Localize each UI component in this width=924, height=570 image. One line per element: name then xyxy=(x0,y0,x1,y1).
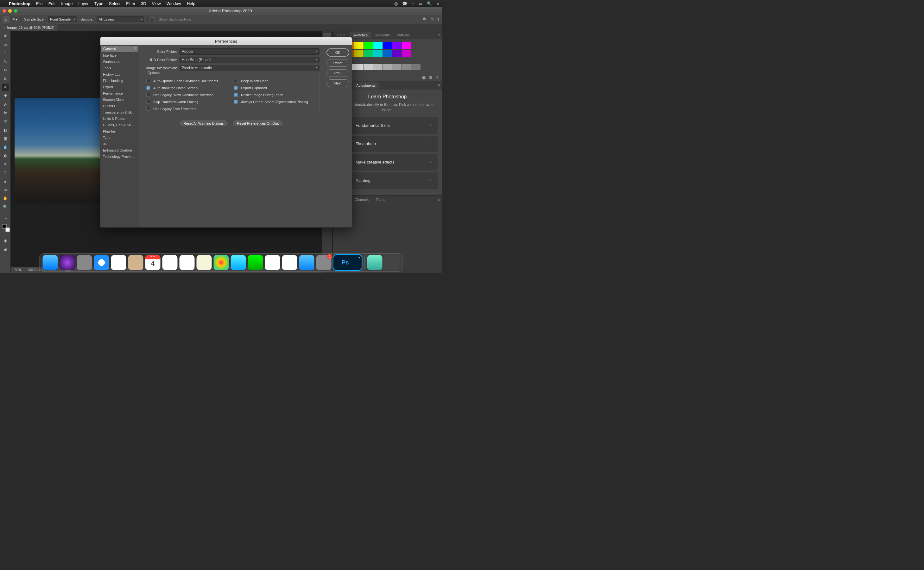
menu-filter[interactable]: Filter xyxy=(126,1,135,6)
cc-icon[interactable]: ◎ xyxy=(394,1,398,6)
dock-mail[interactable] xyxy=(111,255,126,270)
swatch[interactable] xyxy=(411,64,421,70)
quick-select-tool[interactable]: ✎ xyxy=(2,58,9,66)
zoom-tool[interactable]: 🔍 xyxy=(2,203,9,211)
pref-category[interactable]: Guides, Grid & Slices xyxy=(100,122,138,128)
dock-photoshop[interactable]: Ps xyxy=(334,255,362,270)
swatch[interactable] xyxy=(402,42,411,49)
swatch[interactable] xyxy=(354,64,363,70)
trash-icon[interactable]: 🗑 xyxy=(435,75,439,80)
pref-category[interactable]: Performance xyxy=(100,90,138,97)
eraser-tool[interactable]: ◧ xyxy=(2,126,9,134)
swatch[interactable] xyxy=(392,64,401,70)
dock-appstore[interactable] xyxy=(299,255,314,270)
menu-help[interactable]: Help xyxy=(187,1,195,6)
dock-finder[interactable] xyxy=(43,255,58,270)
swatch[interactable] xyxy=(364,42,373,49)
swatch[interactable] xyxy=(402,64,411,70)
pref-checkbox[interactable] xyxy=(146,107,150,111)
swatch[interactable] xyxy=(402,50,411,57)
swatch[interactable] xyxy=(374,50,383,57)
search-icon[interactable]: 🔍 xyxy=(423,17,427,21)
dock-siri[interactable] xyxy=(60,255,75,270)
learn-item[interactable]: Painting〉 xyxy=(337,172,438,189)
pref-category[interactable]: Workspace xyxy=(100,58,138,65)
pref-category[interactable]: Transparency & Gamut xyxy=(100,109,138,115)
dock-trash[interactable] xyxy=(384,255,400,270)
pref-category[interactable]: Enhanced Controls xyxy=(100,147,138,153)
tab-gradients[interactable]: Gradients xyxy=(371,32,393,38)
pref-checkbox[interactable] xyxy=(146,86,150,90)
swatch[interactable] xyxy=(392,50,401,57)
learn-item[interactable]: Fix a photo〉 xyxy=(337,136,438,152)
dock-maps[interactable] xyxy=(197,255,212,270)
sample-select[interactable]: All Layers xyxy=(97,17,144,22)
learn-item[interactable]: Fundamental Skills〉 xyxy=(337,117,438,134)
swatch[interactable] xyxy=(364,64,373,70)
dock-settings[interactable]: 1 xyxy=(316,255,332,270)
dock-contacts[interactable] xyxy=(128,255,143,270)
quick-mask-button[interactable]: ◉ xyxy=(2,237,9,245)
frame-tool[interactable]: ⧉ xyxy=(2,75,9,83)
pref-checkbox[interactable] xyxy=(234,86,238,90)
dock-reminders[interactable] xyxy=(180,255,195,270)
swatch[interactable] xyxy=(354,42,363,49)
sample-size-select[interactable]: Point Sample xyxy=(48,17,77,22)
dodge-tool[interactable]: ◐ xyxy=(2,152,9,159)
menu-file[interactable]: File xyxy=(36,1,43,6)
edit-toolbar-button[interactable]: ⋯ xyxy=(2,215,9,222)
hud-picker-select[interactable]: Hue Strip (Small) xyxy=(180,57,320,63)
spotlight-icon[interactable]: 🔍 xyxy=(427,1,432,6)
tab-patterns[interactable]: Patterns xyxy=(394,32,413,38)
pref-category[interactable]: Units & Rulers xyxy=(100,115,138,122)
pref-checkbox[interactable] xyxy=(234,93,238,97)
tab-channels[interactable]: Channels xyxy=(352,196,372,203)
home-button[interactable]: ⌂ xyxy=(3,16,9,23)
tab-adjustments[interactable]: Adjustments xyxy=(353,82,379,89)
pref-checkbox[interactable] xyxy=(146,93,150,97)
swatch[interactable] xyxy=(383,42,392,49)
learn-item[interactable]: Make creative effects〉 xyxy=(337,154,438,170)
menu-view[interactable]: View xyxy=(152,1,161,6)
stamp-tool[interactable]: ⚒ xyxy=(2,109,9,117)
pref-category[interactable]: Technology Previews xyxy=(100,153,138,160)
displays-icon[interactable]: ▭ xyxy=(419,1,423,6)
menu-window[interactable]: Window xyxy=(166,1,181,6)
pref-category[interactable]: File Handling xyxy=(100,78,138,84)
dock-messages[interactable] xyxy=(231,255,246,270)
lasso-tool[interactable]: ⌃ xyxy=(2,49,9,57)
pref-checkbox[interactable] xyxy=(234,79,238,83)
tab-paths[interactable]: Paths xyxy=(374,196,389,203)
swatch[interactable] xyxy=(392,42,401,49)
dock-calendar[interactable]: NOV4 xyxy=(145,255,161,270)
pref-category[interactable]: 3D xyxy=(100,141,138,147)
tab-swatches[interactable]: Swatches xyxy=(349,32,371,38)
swatch[interactable] xyxy=(354,50,363,57)
crop-tool[interactable]: ✂ xyxy=(2,66,9,74)
brush-tool[interactable]: 🖌 xyxy=(2,101,9,108)
chat-icon[interactable]: 💬 xyxy=(402,1,407,6)
pref-category[interactable]: Cursors xyxy=(100,103,138,109)
minimize-window-button[interactable] xyxy=(8,9,12,13)
blur-tool[interactable]: 💧 xyxy=(2,143,9,151)
healing-tool[interactable]: ✚ xyxy=(2,92,9,100)
pref-checkbox[interactable] xyxy=(146,100,150,104)
zoom-level[interactable]: 50% xyxy=(15,268,22,272)
dock-notes[interactable] xyxy=(163,255,178,270)
panel-menu-icon[interactable]: ≡ xyxy=(438,33,442,37)
close-tab-icon[interactable]: × xyxy=(3,26,5,29)
menu-icon[interactable]: ≡ xyxy=(437,1,439,6)
new-swatch-icon[interactable]: ⊞ xyxy=(429,75,432,80)
menu-type[interactable]: Type xyxy=(94,1,103,6)
reset-warnings-button[interactable]: Reset All Warning Dialogs xyxy=(179,120,229,127)
dock-launchpad[interactable] xyxy=(77,255,92,270)
menu-3d[interactable]: 3D xyxy=(141,1,146,6)
eyedropper-tool[interactable]: ✐ xyxy=(2,84,9,91)
type-tool[interactable]: T xyxy=(2,169,9,176)
dock-facetime[interactable] xyxy=(248,255,263,270)
reset-on-quit-button[interactable]: Reset Preferences On Quit xyxy=(232,120,283,127)
pref-category[interactable]: Export xyxy=(100,84,138,90)
gradient-tool[interactable]: ▦ xyxy=(2,135,9,142)
panel-menu-icon[interactable]: ≡ xyxy=(438,83,442,87)
next-button[interactable]: Next xyxy=(326,80,349,87)
